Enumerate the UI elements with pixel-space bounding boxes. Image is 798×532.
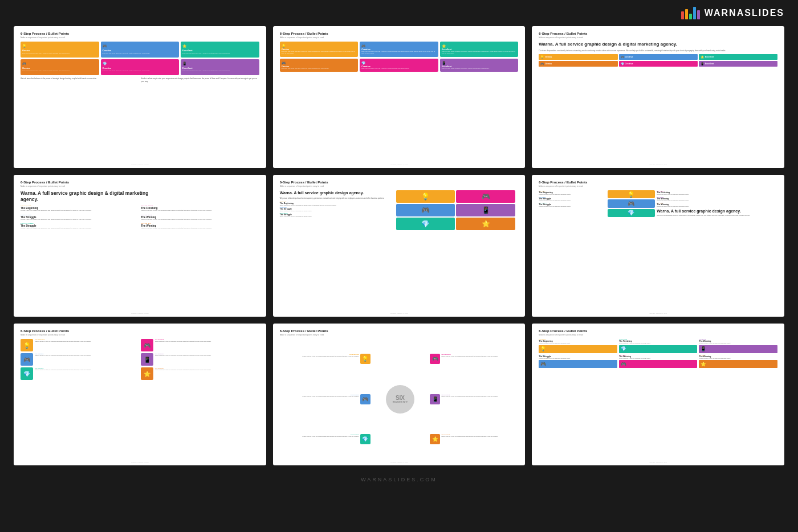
mini-block-excellent-2: 📱 Excellent <box>699 61 777 67</box>
block2-excellent-1: ⭐ Excellent Everyone that works here has… <box>440 42 519 57</box>
bar-1 <box>681 11 684 19</box>
arrow-1: 💡 <box>21 339 33 351</box>
slide-7-title: 6-Step Process / Bullet Points <box>21 329 259 333</box>
block-excellent-2: 📱 Excellent Everyone that works here has… <box>181 59 259 75</box>
s8-icon-6: ⭐ <box>430 434 440 444</box>
slide-1-left-text: We're A team that believes in the power … <box>21 77 139 83</box>
website-text: WARNASLIDES.COM <box>361 477 437 482</box>
slide-6-subtitle: Make a sequence of important points easy… <box>539 185 777 187</box>
slide5-heading: Warna. A full service graphic design age… <box>280 190 394 195</box>
slide-card-5[interactable]: 6-Step Process / Bullet Points Make a se… <box>273 175 526 317</box>
bottom-watermark: WARNASLIDES.COM <box>0 477 798 488</box>
bar-3 <box>689 14 692 19</box>
s9-bar-1: 💡 <box>539 345 617 353</box>
slide-2-subtitle: Make a sequence of important points easy… <box>280 36 519 39</box>
block-excellent-1: ⭐ Excellent Everyone that works here has… <box>181 42 259 58</box>
bar-5 <box>697 10 700 19</box>
slide-6-footer: Thursday, February 4, 2016 <box>532 313 784 314</box>
s6-big-text: Warna. A full service graphic design age… <box>657 208 776 214</box>
slide-card-1[interactable]: 6-Step Process / Bullet Points Make a se… <box>14 26 266 168</box>
logo-area: WARNASLIDES <box>681 7 784 19</box>
slide-5-title: 6-Step Process / Bullet Points <box>280 181 519 185</box>
phase3-text: Studios a fast way to start your respons… <box>21 227 139 230</box>
arrow-6: ⭐ <box>141 367 153 380</box>
slide-2-footer: Thursday, February 4, 2016 <box>273 164 526 166</box>
slide-5-footer: Thursday, February 4, 2016 <box>273 313 526 314</box>
slide-8-footer: Thursday, February 4, 2016 <box>273 461 526 463</box>
slide-3-subtitle: Make a sequence of important points easy… <box>539 36 777 39</box>
mini-block-genius-2: 🎮 Genius <box>539 61 617 67</box>
s6-body: We pursue relationships based on transpa… <box>657 215 776 217</box>
s9-bar-4: 🎮 <box>619 360 698 368</box>
s8-icon-3: 💎 <box>360 434 370 444</box>
s6-shape-2: 🎮 <box>608 199 656 207</box>
slide-4-title: 6-Step Process / Bullet Points <box>21 181 259 185</box>
agency-body: Our team of specialists consistently del… <box>539 50 777 52</box>
s6-shape-1: 💡 <box>608 190 656 198</box>
logo-bars <box>681 7 700 19</box>
phase4-text: Studios a fast way to start your respons… <box>141 210 259 212</box>
s5-p2-text: Studios a fast way to start your respons… <box>280 210 394 211</box>
s5-p3-text: Studios a fast way to start your respons… <box>280 216 394 217</box>
block-genius-2: 🎮 Genius Everyone that works here has a … <box>21 59 99 75</box>
agency-heading: Warna. A full service graphic design & d… <box>539 42 777 47</box>
s6-shape-3: 💎 <box>608 209 656 217</box>
s9-bar-3: 💎 <box>619 345 698 353</box>
phase6-text: Studios a fast way to start your respons… <box>141 227 259 230</box>
s8-icon-2: 🎮 <box>360 394 370 404</box>
shape-1: 💡 <box>396 190 455 203</box>
s8-icon-4: 🎮 <box>430 354 440 364</box>
block2-excellent-2: 📱 Excellent Everyone that works here has… <box>440 59 519 72</box>
block-creative-1: 🎮 Creative Everyone that works here has … <box>101 42 180 58</box>
block-genius-1: 💡 Genius Everyone that works here has a … <box>21 42 99 58</box>
slide5-body: We pursue relationships based on transpa… <box>280 197 394 199</box>
phase2-text: Studios a fast way to start your respons… <box>21 219 139 221</box>
s5-p1-text: Studios a fast way to start your respons… <box>280 204 394 206</box>
slide-2-title: 6-Step Process / Bullet Points <box>280 32 519 36</box>
slide-card-3[interactable]: 6-Step Process / Bullet Points Make a se… <box>532 26 784 168</box>
arrow-2: 🎮 <box>141 339 153 351</box>
slide-3-title: 6-Step Process / Bullet Points <box>539 32 777 36</box>
s8-icon-5: 📱 <box>430 394 440 404</box>
slide-6-title: 6-Step Process / Bullet Points <box>539 181 777 185</box>
mini-block-creative-2: 💎 Creative <box>619 61 698 67</box>
slide-grid: 6-Step Process / Bullet Points Make a se… <box>0 26 798 477</box>
arrow-5: 💎 <box>21 367 33 380</box>
s9-bar-6: ⭐ <box>699 360 777 368</box>
slide-1-title: 6-Step Process / Bullet Points <box>21 32 259 36</box>
slide-7-subtitle: Make a sequence of important points easy… <box>21 334 259 336</box>
block2-genius-1: 💡 Genius Everyone that works here has a … <box>280 42 359 57</box>
slide-4-footer: Thursday, February 4, 2016 <box>14 313 266 314</box>
slide-card-9[interactable]: 6-Step Process / Bullet Points Make a se… <box>532 324 784 465</box>
slide-9-title: 6-Step Process / Bullet Points <box>539 329 777 333</box>
mini-block-creative-1: 🎮 Creative <box>619 54 698 60</box>
brand-name: WARNASLIDES <box>705 8 784 18</box>
slide-1-right-text: Studio is a fast way to start your respo… <box>141 77 259 83</box>
mini-block-genius-1: 💡 Genius <box>539 54 617 60</box>
bar-4 <box>693 7 696 19</box>
slide-card-2[interactable]: 6-Step Process / Bullet Points Make a se… <box>273 26 526 168</box>
slide-8-subtitle: Make a sequence of important points easy… <box>280 334 519 336</box>
slide-8-title: 6-Step Process / Bullet Points <box>280 329 519 333</box>
block2-creative-1: 🎮 Creative Everyone that works here has … <box>360 42 438 57</box>
block2-genius-2: 🎮 Genius Everyone that works here has a … <box>280 59 359 72</box>
six-circle: SIX REASONS WHY <box>386 385 414 414</box>
slide-card-6[interactable]: 6-Step Process / Bullet Points Make a se… <box>532 175 784 317</box>
slide-4-heading: Warna. A full service graphic design & d… <box>21 190 152 203</box>
slide-card-4[interactable]: 6-Step Process / Bullet Points Make a se… <box>14 175 266 317</box>
slide-7-footer: Thursday, February 4, 2016 <box>14 461 266 463</box>
mini-block-excellent-1: ⭐ Excellent <box>699 54 777 60</box>
arrow-4: 📱 <box>141 353 153 366</box>
slide-4-subtitle: Make a sequence of important points easy… <box>21 185 259 187</box>
slide-1-subtitle: Make a sequence of important points easy… <box>21 36 259 39</box>
s8-icon-1: 💡 <box>360 354 370 364</box>
shape-5: 💎 <box>396 218 455 230</box>
block2-creative-2: 💎 Creative Everyone that works here has … <box>360 59 438 72</box>
slide-card-8[interactable]: 6-Step Process / Bullet Points Make a se… <box>273 324 526 465</box>
bar-2 <box>685 9 688 19</box>
slide-9-subtitle: Make a sequence of important points easy… <box>539 334 777 336</box>
shape-4: 📱 <box>456 204 515 216</box>
slide-card-7[interactable]: 6-Step Process / Bullet Points Make a se… <box>14 324 266 465</box>
slide-1-footer: Thursday, February 4, 2016 <box>14 164 266 166</box>
phase1-text: Studios a fast way to start your respons… <box>21 210 139 212</box>
